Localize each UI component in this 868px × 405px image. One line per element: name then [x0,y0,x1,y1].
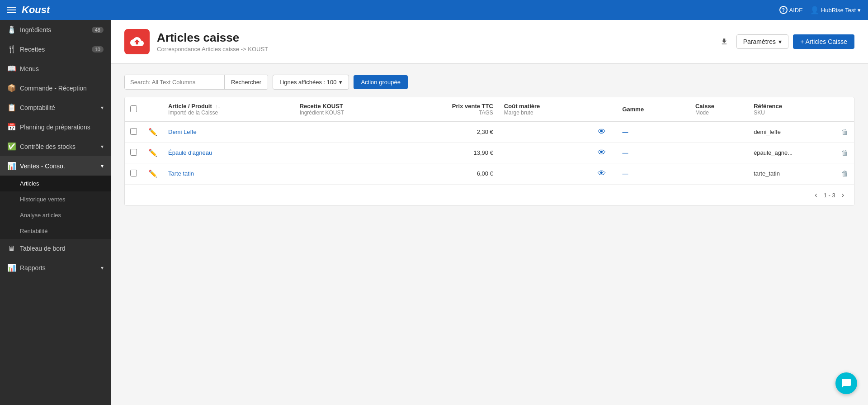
article-link[interactable]: Tarte tatin [168,170,194,177]
row-article-cell: Demi Leffe [163,122,294,143]
page-header: Articles caisse Correspondance Articles … [111,20,868,64]
eye-icon[interactable]: 👁 [598,148,606,157]
row-visibility-cell: 👁 [586,143,617,163]
select-all-checkbox[interactable] [130,105,137,112]
row-caisse-cell [690,143,748,163]
delete-icon[interactable]: 🗑 [841,128,849,136]
search-input[interactable] [125,75,224,89]
user-menu[interactable]: 👤 HubRise Test ▾ [810,6,861,14]
content-area: Rechercher Lignes affichées : 100 ▾ Acti… [111,64,868,405]
chevron-down-icon: ▾ [778,38,782,45]
page-header-actions: Paramètres ▾ + Articles Caisse [717,34,854,49]
col-header-cout: Coût matière Marge brute [499,97,586,122]
chat-icon [841,378,852,389]
parametres-button[interactable]: Paramètres ▾ [736,34,788,49]
chevron-down-icon: ▾ [858,7,861,14]
col-header-check [125,97,143,122]
lines-button[interactable]: Lignes affichées : 100 ▾ [273,75,349,90]
add-article-button[interactable]: + Articles Caisse [793,34,854,49]
ingredients-icon: 🧂 [7,25,15,34]
sidebar-subitem-analyse[interactable]: Analyse articles [0,207,111,223]
row-checkbox-1[interactable] [130,149,137,156]
row-gamme-cell: — [617,143,689,163]
pagination-next-button[interactable]: › [839,190,847,200]
row-delete-cell: 🗑 [836,122,854,143]
sidebar-item-planning[interactable]: 📅 Planning de préparations [0,117,111,137]
page-subtitle: Correspondance Articles caisse -> KOUST [157,46,268,52]
row-checkbox-0[interactable] [130,128,137,135]
download-button[interactable] [717,34,732,49]
ventes-icon: 📊 [7,162,15,170]
articles-table-wrapper: Article / Produit ↑↓ Importé de la Caiss… [124,97,854,206]
edit-icon[interactable]: ✏️ [148,149,157,157]
row-recette-cell [294,163,411,184]
row-edit-cell: ✏️ [143,122,163,143]
row-check-cell [125,163,143,184]
sidebar-subitem-articles[interactable]: Articles [0,176,111,191]
edit-icon[interactable]: ✏️ [148,128,157,136]
hamburger-button[interactable] [7,7,16,13]
col-header-gamme: Gamme [617,97,689,122]
page-title-block: Articles caisse Correspondance Articles … [157,31,268,52]
table-row: ✏️ Demi Leffe 2,30 € 👁 — demi_leffe 🗑 [125,122,854,143]
planning-icon: 📅 [7,123,15,131]
table-row: ✏️ Tarte tatin 6,00 € 👁 — tarte_tatin 🗑 [125,163,854,184]
sidebar: 🧂 Ingrédients 48 🍴 Recettes 10 📖 Menus 📦… [0,20,111,405]
articles-table: Article / Produit ↑↓ Importé de la Caiss… [125,97,854,184]
row-delete-cell: 🗑 [836,163,854,184]
row-caisse-cell [690,122,748,143]
sidebar-item-recettes[interactable]: 🍴 Recettes 10 [0,39,111,59]
sidebar-subitem-rentabilite[interactable]: Rentabilité [0,223,111,239]
tableau-icon: 🖥 [7,244,15,253]
row-cout-cell [499,163,586,184]
row-edit-cell: ✏️ [143,163,163,184]
brand-logo: Koust [22,4,50,16]
aide-link[interactable]: ? AIDE [779,6,803,14]
sort-icon: ↑↓ [215,104,220,109]
table-header-row: Article / Produit ↑↓ Importé de la Caiss… [125,97,854,122]
col-header-visibility [586,97,617,122]
sidebar-subitem-historique[interactable]: Historique ventes [0,191,111,207]
row-cout-cell [499,122,586,143]
article-link[interactable]: Épaule d'agneau [168,149,212,156]
article-link[interactable]: Demi Leffe [168,129,197,135]
sidebar-item-commande[interactable]: 📦 Commande - Réception [0,78,111,98]
download-icon [720,38,728,46]
cloud-upload-icon [130,35,144,48]
user-icon: 👤 [810,6,819,14]
delete-icon[interactable]: 🗑 [841,149,849,157]
chevron-down-icon: ▾ [101,265,104,271]
menus-icon: 📖 [7,64,15,73]
sidebar-item-ingredients[interactable]: 🧂 Ingrédients 48 [0,20,111,39]
sidebar-item-controle[interactable]: ✅ Contrôle des stocks ▾ [0,137,111,156]
chat-bubble-button[interactable] [835,372,857,394]
row-prix-cell: 2,30 € [411,122,499,143]
rapports-icon: 📊 [7,263,15,272]
col-header-recette: Recette KOUST Ingrédient KOUST [294,97,411,122]
sidebar-item-menus[interactable]: 📖 Menus [0,59,111,78]
row-edit-cell: ✏️ [143,143,163,163]
row-prix-cell: 6,00 € [411,163,499,184]
row-gamme-cell: — [617,122,689,143]
pagination-prev-button[interactable]: ‹ [812,190,820,200]
delete-icon[interactable]: 🗑 [841,170,849,177]
sidebar-item-tableau[interactable]: 🖥 Tableau de bord [0,239,111,258]
chevron-down-icon: ▾ [101,163,104,169]
eye-icon[interactable]: 👁 [598,169,606,178]
row-visibility-cell: 👁 [586,163,617,184]
rechercher-button[interactable]: Rechercher [224,75,268,89]
row-reference-cell: demi_leffe [748,122,836,143]
row-caisse-cell [690,163,748,184]
row-checkbox-2[interactable] [130,170,137,176]
sidebar-item-comptabilite[interactable]: 📋 Comptabilité ▾ [0,98,111,117]
edit-icon[interactable]: ✏️ [148,170,157,177]
action-groupee-button[interactable]: Action groupée [354,75,407,89]
chevron-down-icon: ▾ [339,79,342,86]
sidebar-item-rapports[interactable]: 📊 Rapports ▾ [0,258,111,277]
main-content: Articles caisse Correspondance Articles … [111,20,868,405]
ventes-subitems: Articles Historique ventes Analyse artic… [0,176,111,239]
chevron-down-icon: ▾ [101,105,104,111]
sidebar-item-ventes[interactable]: 📊 Ventes - Conso. ▾ [0,156,111,176]
row-reference-cell: tarte_tatin [748,163,836,184]
eye-icon[interactable]: 👁 [598,127,606,136]
